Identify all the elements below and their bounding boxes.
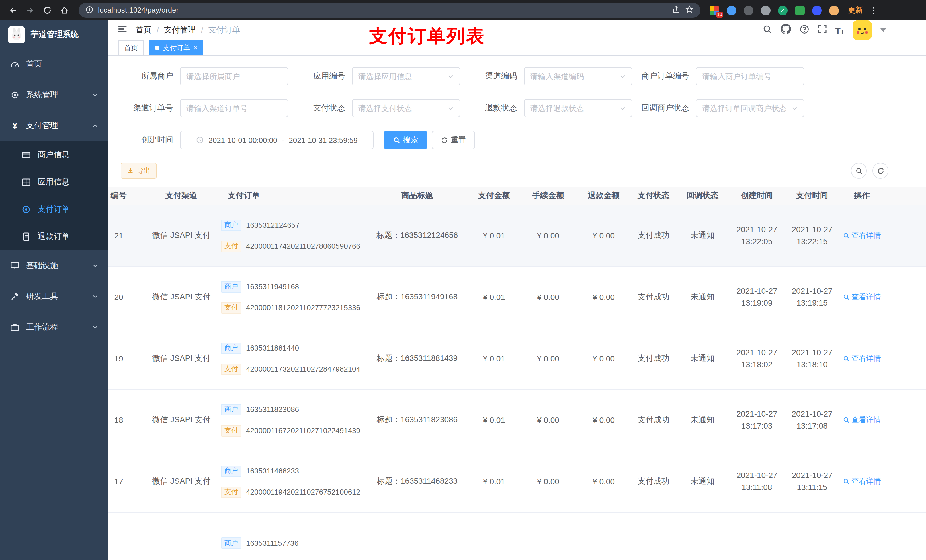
dashboard-icon [10,60,20,69]
briefcase-icon [10,323,20,332]
circle-dot-icon [22,205,31,214]
extension-icon-5[interactable]: ✓ [778,5,788,15]
sidebar-item-system[interactable]: 系统管理 [0,80,108,110]
tab-pay-order[interactable]: 支付订单 × [149,41,203,55]
content-area: 所属商户 应用编号 渠道编码 商户订单编号 [108,56,926,560]
table-row: 18 微信 JSAPI 支付 商户1635311823086 支付4200001… [108,389,926,451]
channel-order-no-input[interactable] [186,104,282,112]
callback-status-select[interactable] [702,104,788,112]
table-row: 19 微信 JSAPI 支付 商户1635311881440 支付4200001… [108,328,926,389]
bookmark-star-icon[interactable] [685,5,694,15]
forward-button[interactable] [23,3,38,18]
filter-app-id: 应用编号 [293,67,460,85]
pay-status-select[interactable] [358,104,444,112]
reload-button[interactable] [40,3,54,18]
sidebar-item-dev-tools[interactable]: 研发工具 [0,281,108,312]
view-detail-link[interactable]: 查看详情 [843,231,881,241]
search-icon[interactable] [762,24,772,36]
filter-refund-status: 退款状态 [465,99,632,117]
close-icon[interactable]: × [194,44,198,52]
hamburger-icon[interactable] [117,24,127,36]
help-icon[interactable] [799,24,809,36]
search-icon [393,136,400,144]
home-button[interactable] [57,3,72,18]
avatar[interactable] [853,21,872,40]
table-row: 17 微信 JSAPI 支付 商户1635311468233 支付4200001… [108,451,926,512]
date-range-picker[interactable]: 2021-10-01 00:00:00 - 2021-10-31 23:59:5… [180,131,374,149]
site-info-icon[interactable] [85,5,94,15]
merchant-order-no-input[interactable] [702,72,798,80]
refresh-icon [441,136,448,144]
page-annotation: 支付订单列表 [369,24,485,49]
sidebar-item-app-info[interactable]: 应用信息 [0,169,108,196]
breadcrumb-section[interactable]: 支付管理 [164,25,196,35]
breadcrumb-home[interactable]: 首页 [136,25,151,35]
pay-tag: 支付 [221,302,242,313]
breadcrumb-current: 支付订单 [209,25,240,35]
merchant-tag: 商户 [221,281,242,292]
date-start: 2021-10-01 00:00:00 [209,136,277,144]
extension-icon-8[interactable] [829,5,839,15]
extensions-area: 10 ✓ [710,5,839,15]
refund-status-select[interactable] [530,104,616,112]
view-detail-link[interactable]: 查看详情 [843,415,881,425]
toggle-search-button[interactable] [851,163,867,179]
caret-down-icon[interactable] [881,29,886,32]
github-icon[interactable] [781,24,791,36]
merchant-tag: 商户 [221,404,242,415]
browser-update-button[interactable]: 更新 [848,5,863,15]
gear-icon [10,91,20,100]
sidebar-item-merchant-info[interactable]: 商户信息 [0,141,108,169]
search-icon [843,417,850,423]
extension-icon-1[interactable]: 10 [710,5,719,15]
merchant-tag: 商户 [221,537,242,549]
share-icon[interactable] [672,5,681,15]
chevron-down-icon [92,325,98,330]
chevron-down-icon [92,294,98,299]
sidebar-item-home[interactable]: 首页 [0,49,108,80]
filter-pay-status: 支付状态 [293,99,460,117]
channel-code-select[interactable] [530,72,616,80]
refresh-table-button[interactable] [873,163,888,179]
document-icon [22,232,31,241]
browser-menu-icon[interactable]: ⋮ [870,6,878,15]
tab-home[interactable]: 首页 [118,41,144,55]
bank-card-icon [22,150,31,159]
merchant-tag: 商户 [221,219,242,231]
sidebar: 芋道管理系统 首页 系统管理 ¥ 支付管理 商户信息 [0,21,108,560]
extension-icon-2[interactable] [727,5,736,15]
view-detail-link[interactable]: 查看详情 [843,476,881,487]
extension-icon-6[interactable] [795,5,805,15]
view-detail-link[interactable]: 查看详情 [843,353,881,364]
app-id-select[interactable] [358,72,444,80]
extension-icon-7[interactable] [812,5,822,15]
yen-icon: ¥ [10,121,20,130]
search-button[interactable]: 搜索 [384,131,427,149]
table-row: 20 微信 JSAPI 支付 商户1635311949168 支付4200001… [108,266,926,328]
screen: localhost:1024/pay/order 10 ✓ 更新 ⋮ [0,0,926,560]
back-button[interactable] [6,3,21,18]
view-detail-link[interactable]: 查看详情 [843,292,881,302]
merchant-input[interactable] [186,72,282,80]
chevron-down-icon [92,92,98,98]
sidebar-item-payment[interactable]: ¥ 支付管理 [0,110,108,141]
filter-callback-status: 回调商户状态 [637,99,804,117]
fullscreen-icon[interactable] [817,24,827,36]
chevron-down-icon [620,105,626,111]
reset-button[interactable]: 重置 [432,131,475,149]
export-button[interactable]: 导出 [121,163,157,179]
extension-icon-4[interactable] [761,5,770,15]
font-size-icon[interactable]: TT [835,25,844,35]
monitor-icon [10,261,20,270]
chevron-down-icon [448,105,454,111]
filter-merchant-order-no: 商户订单编号 [637,67,804,85]
extension-icon-3[interactable] [744,5,754,15]
sidebar-item-infrastructure[interactable]: 基础设施 [0,251,108,281]
url-bar[interactable]: localhost:1024/pay/order [79,3,701,18]
sidebar-item-pay-order[interactable]: 支付订单 [0,196,108,223]
sidebar-item-refund-order[interactable]: 退款订单 [0,223,108,251]
sidebar-item-workflow[interactable]: 工作流程 [0,312,108,343]
browser-toolbar: localhost:1024/pay/order 10 ✓ 更新 ⋮ [0,0,926,21]
pay-tag: 支付 [221,363,242,375]
filter-create-time: 创建时间 2021-10-01 00:00:00 - 2021-10-31 23… [121,131,374,149]
